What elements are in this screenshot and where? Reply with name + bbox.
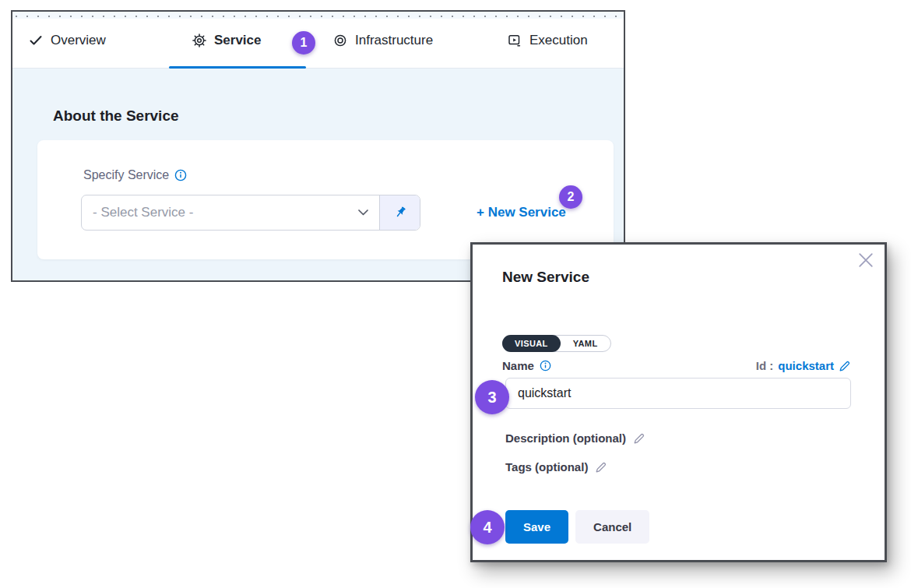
service-name-input[interactable] (505, 378, 851, 409)
pin-button[interactable] (379, 195, 420, 230)
info-icon[interactable] (540, 360, 551, 371)
pipeline-stage-panel: Overview Service Infrastructure Executio… (11, 10, 625, 282)
stage-tab-bar: Overview Service Infrastructure Executio… (12, 12, 624, 69)
modal-button-row: Save Cancel (505, 510, 649, 544)
tab-execution[interactable]: Execution (508, 12, 588, 69)
specify-service-label: Specify Service (83, 168, 169, 182)
new-service-link[interactable]: + New Service (477, 205, 566, 220)
edit-id-icon[interactable] (839, 360, 851, 372)
modal-title: New Service (502, 269, 589, 286)
visual-yaml-toggle: VISUAL YAML (502, 335, 611, 352)
toggle-yaml[interactable]: YAML (561, 339, 610, 348)
tab-overview[interactable]: Overview (29, 12, 106, 69)
play-box-icon (508, 33, 522, 48)
screenshot-canvas: Overview Service Infrastructure Executio… (0, 0, 911, 588)
tab-infrastructure[interactable]: Infrastructure (333, 12, 433, 69)
toggle-visual[interactable]: VISUAL (502, 335, 561, 352)
step-badge-4: 4 (470, 510, 505, 544)
service-id-group: Id : quickstart (756, 359, 851, 372)
tags-label: Tags (optional) (505, 460, 588, 474)
new-service-modal: New Service VISUAL YAML Name Id : quicks… (470, 242, 887, 562)
name-label-group: Name (502, 359, 551, 372)
chevron-down-icon[interactable] (346, 195, 379, 230)
check-icon (29, 33, 43, 48)
tab-infrastructure-label: Infrastructure (355, 33, 433, 48)
section-heading: About the Service (53, 107, 179, 125)
close-button[interactable] (858, 252, 874, 268)
service-select[interactable]: - Select Service - (81, 195, 420, 231)
edit-description-icon[interactable] (633, 432, 645, 445)
description-row: Description (optional) (505, 431, 645, 445)
info-icon[interactable] (174, 169, 187, 181)
cancel-button[interactable]: Cancel (575, 510, 649, 544)
edit-tags-icon[interactable] (595, 461, 607, 474)
pin-icon (393, 206, 407, 220)
tab-overview-label: Overview (51, 33, 106, 48)
tags-row: Tags (optional) (505, 460, 607, 474)
perforation-dots (16, 16, 621, 17)
tab-execution-label: Execution (529, 33, 588, 48)
name-label: Name (502, 359, 534, 372)
step-badge-1: 1 (292, 31, 315, 55)
save-button[interactable]: Save (505, 510, 568, 544)
perforation-strip (12, 12, 624, 19)
service-select-placeholder: - Select Service - (82, 195, 346, 230)
id-prefix-label: Id : (756, 359, 774, 372)
description-label: Description (optional) (505, 431, 626, 445)
close-icon (858, 252, 874, 268)
tab-service-label: Service (214, 33, 262, 48)
service-select-row: - Select Service - + New Service (81, 195, 566, 231)
gear-icon (192, 33, 206, 48)
id-value[interactable]: quickstart (778, 359, 834, 372)
name-label-row: Name Id : quickstart (502, 359, 851, 372)
step-badge-3: 3 (475, 380, 509, 414)
specify-service-label-row: Specify Service (83, 168, 187, 182)
tab-service[interactable]: Service (192, 12, 262, 69)
target-icon (333, 33, 347, 48)
step-badge-2: 2 (559, 185, 582, 209)
